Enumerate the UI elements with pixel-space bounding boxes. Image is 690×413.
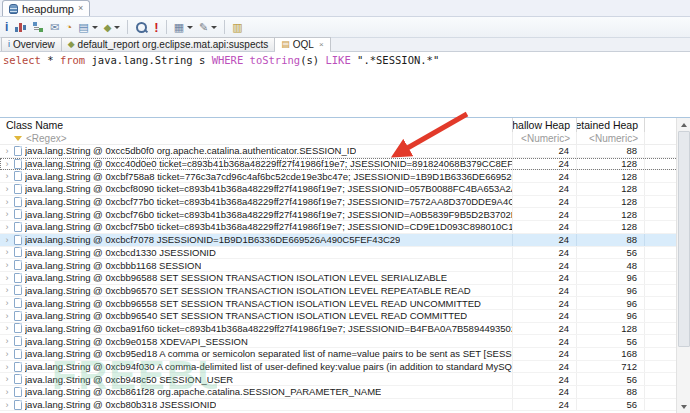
table-row[interactable]: › java.lang.String @ 0xcc40d0e0 ticket=c…: [0, 158, 690, 171]
close-icon[interactable]: ×: [319, 40, 324, 49]
oql-console-icon[interactable]: ✉: [48, 19, 61, 36]
class-name-cell: › java.lang.String @ 0xcb94f030 A comma-…: [0, 361, 513, 373]
heap-overview-icon[interactable]: ▤: [76, 19, 99, 36]
export-icon[interactable]: ✎: [197, 19, 219, 36]
dropdown-arrow-icon[interactable]: [187, 26, 193, 29]
column-header-retained-heap[interactable]: Retained Heap: [577, 118, 645, 132]
expander-chevron-icon[interactable]: ›: [3, 222, 11, 232]
oql-token: java.lang.String s: [85, 54, 211, 66]
cell-shallow: 24: [513, 158, 577, 170]
dominator-tree-icon[interactable]: [30, 19, 46, 36]
run-report-icon[interactable]: ◆: [102, 19, 123, 36]
column-header-shallow-heap[interactable]: Shallow Heap: [513, 118, 577, 132]
editor-tab-heapdump[interactable]: heapdump ×: [2, 0, 90, 16]
leak-suspects-icon[interactable]: !: [152, 19, 160, 36]
filter-row: <Regex> <Numeric> <Numeric>: [0, 132, 690, 145]
table-row[interactable]: › java.lang.String @ 0xcbcf8090 ticket=c…: [0, 183, 690, 196]
table-row[interactable]: › java.lang.String @ 0xcbf758a8 ticket=7…: [0, 170, 690, 183]
expander-chevron-icon[interactable]: ›: [3, 400, 11, 410]
expander-chevron-icon[interactable]: ›: [3, 247, 11, 257]
table-row[interactable]: › java.lang.String @ 0xcb861f28 org.apac…: [0, 386, 690, 399]
dropdown-arrow-icon[interactable]: [211, 26, 217, 29]
expander-chevron-icon[interactable]: ›: [3, 273, 11, 283]
table-row[interactable]: › java.lang.String @ 0xcb80b318 JSESSION…: [0, 399, 690, 412]
table-row[interactable]: › java.lang.String @ 0xcb948c50 SESSION_…: [0, 373, 690, 386]
table-row[interactable]: › java.lang.String @ 0xcba91f60 ticket=c…: [0, 323, 690, 336]
expander-chevron-icon[interactable]: ›: [3, 171, 11, 181]
column-header-class-name[interactable]: Class Name: [0, 118, 513, 132]
tab-default_report[interactable]: ◆default_report org.eclipse.mat.api:susp…: [62, 37, 276, 51]
table-row[interactable]: › java.lang.String @ 0xcbb96540 SET SESS…: [0, 310, 690, 323]
toolbar: i✉◔▤◆!▦✎▥: [0, 17, 690, 38]
cell-shallow: 24: [513, 183, 577, 195]
table-row[interactable]: › java.lang.String @ 0xcbcf75b0 ticket=c…: [0, 221, 690, 234]
table-row[interactable]: › java.lang.String @ 0xcbcf77b0 ticket=c…: [0, 196, 690, 209]
expander-chevron-icon[interactable]: ›: [3, 298, 11, 308]
string-object-icon: [14, 285, 22, 295]
table-row[interactable]: › java.lang.String @ 0xcbcf7078 JSESSION…: [0, 234, 690, 247]
table-row[interactable]: › java.lang.String @ 0xcb94f030 A comma-…: [0, 361, 690, 374]
scroll-down-button[interactable]: [677, 400, 690, 413]
regex-filter-cell[interactable]: <Regex>: [0, 132, 513, 144]
expander-chevron-icon[interactable]: ›: [3, 197, 11, 207]
expander-chevron-icon[interactable]: ›: [3, 209, 11, 219]
class-name-cell: › java.lang.String @ 0xcba91f60 ticket=c…: [0, 323, 513, 335]
string-object-icon: [14, 184, 22, 194]
class-name-cell: › java.lang.String @ 0xcbcf7078 JSESSION…: [0, 234, 513, 246]
class-name-cell: › java.lang.String @ 0xcc5db0f0 org.apac…: [0, 145, 513, 157]
vertical-scrollbar[interactable]: [676, 118, 690, 413]
table-row[interactable]: › java.lang.String @ 0xcbbb1168 SESSION …: [0, 259, 690, 272]
expander-chevron-icon[interactable]: ›: [3, 323, 11, 333]
table-row[interactable]: › java.lang.String @ 0xcbb96570 SET SESS…: [0, 285, 690, 298]
expander-chevron-icon[interactable]: ›: [3, 362, 11, 372]
expander-chevron-icon[interactable]: ›: [3, 349, 11, 359]
views-icon[interactable]: ▦: [172, 19, 195, 36]
close-icon[interactable]: ×: [78, 4, 83, 13]
table-row[interactable]: › java.lang.String @ 0xcbcd1330 JSESSION…: [0, 247, 690, 260]
string-object-icon: [14, 273, 22, 283]
compare-basket-icon-glyph: ▥: [232, 22, 242, 33]
expander-chevron-icon[interactable]: ›: [3, 146, 11, 156]
class-name-cell: › java.lang.String @ 0xcbb96570 SET SESS…: [0, 285, 513, 297]
row-text: java.lang.String @ 0xcb80b318 JSESSIONID: [25, 399, 216, 410]
table-row[interactable]: › java.lang.String @ 0xcbb96588 SET SESS…: [0, 272, 690, 285]
expander-chevron-icon[interactable]: ›: [3, 285, 11, 295]
table-row[interactable]: › java.lang.String @ 0xcb9e0158 XDEVAPI_…: [0, 335, 690, 348]
search-icon[interactable]: [133, 19, 150, 36]
cell-retained: 128: [577, 183, 645, 195]
oql-token: LIKE: [325, 54, 350, 66]
dropdown-arrow-icon[interactable]: [92, 26, 98, 29]
expander-chevron-icon[interactable]: ›: [3, 374, 11, 384]
expander-chevron-icon[interactable]: ›: [3, 184, 11, 194]
compare-basket-icon[interactable]: ▥: [230, 19, 244, 36]
table-row[interactable]: › java.lang.String @ 0xcc5db0f0 org.apac…: [0, 145, 690, 158]
expander-chevron-icon[interactable]: ›: [3, 336, 11, 346]
class-name-cell: › java.lang.String @ 0xcb95ed18 A comma …: [0, 348, 513, 360]
info-icon[interactable]: i: [3, 19, 10, 36]
cell-retained: 712: [577, 361, 645, 373]
table-row[interactable]: › java.lang.String @ 0xcb95ed18 A comma …: [0, 348, 690, 361]
cell-retained: 48: [577, 259, 645, 271]
expander-chevron-icon[interactable]: ›: [3, 387, 11, 397]
scrollbar-thumb[interactable]: [678, 131, 690, 347]
expander-chevron-icon[interactable]: ›: [3, 311, 11, 321]
heap-overview-icon-glyph: ▤: [78, 22, 88, 33]
expander-chevron-icon[interactable]: ›: [3, 260, 11, 270]
table-row[interactable]: › java.lang.String @ 0xcbb96558 SET SESS…: [0, 297, 690, 310]
string-object-icon: [14, 159, 22, 169]
oql-editor[interactable]: select * from java.lang.String s WHERE t…: [0, 52, 690, 117]
expander-chevron-icon[interactable]: ›: [3, 159, 11, 169]
cell-retained: 128: [577, 221, 645, 233]
retained-filter-cell[interactable]: <Numeric>: [577, 132, 645, 144]
tab-overview[interactable]: iOverview: [1, 37, 62, 51]
dropdown-arrow-icon[interactable]: [114, 26, 120, 29]
shallow-filter-cell[interactable]: <Numeric>: [513, 132, 577, 144]
thread-overview-icon[interactable]: ◔: [64, 19, 75, 36]
oql-query-line[interactable]: select * from java.lang.String s WHERE t…: [3, 54, 687, 66]
expander-chevron-icon[interactable]: ›: [3, 235, 11, 245]
table-row[interactable]: › java.lang.String @ 0xcbcf76b0 ticket=c…: [0, 208, 690, 221]
thread-overview-icon-glyph: ◔: [66, 22, 73, 33]
histogram-icon[interactable]: [12, 19, 28, 36]
tab-oql[interactable]: ▤OQL×: [275, 37, 330, 51]
scroll-up-button[interactable]: [677, 118, 690, 131]
